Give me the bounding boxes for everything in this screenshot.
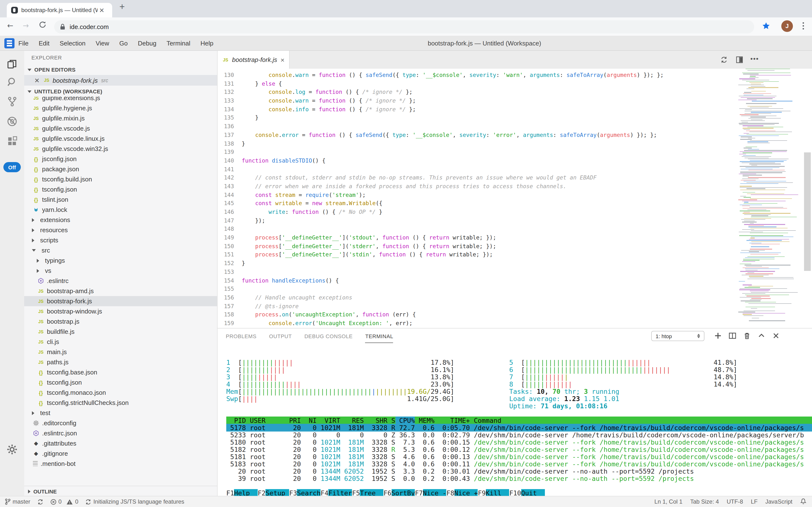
close-panel-icon[interactable] bbox=[772, 332, 780, 340]
url-bar[interactable]: ide.coder.com bbox=[54, 20, 754, 34]
tree-item-src[interactable]: src bbox=[24, 245, 217, 256]
back-icon[interactable]: ← bbox=[7, 21, 13, 30]
tree-item-extensions[interactable]: extensions bbox=[24, 215, 217, 225]
menu-help[interactable]: Help bbox=[200, 40, 213, 47]
maximize-panel-icon[interactable] bbox=[758, 332, 765, 340]
tree-item-.eslintrc.json[interactable]: .eslintrc.json bbox=[24, 428, 217, 438]
split-editor-icon[interactable] bbox=[736, 56, 743, 63]
tree-item-cli.js[interactable]: JScli.js bbox=[24, 337, 217, 347]
extensions-icon[interactable] bbox=[6, 135, 18, 147]
panel-tab-debug-console[interactable]: DEBUG CONSOLE bbox=[304, 333, 353, 339]
minimap[interactable] bbox=[736, 69, 801, 328]
code-line: 141 bbox=[217, 165, 735, 174]
new-terminal-icon[interactable] bbox=[714, 332, 722, 340]
problems-status[interactable]: 0 0 bbox=[50, 498, 78, 505]
split-terminal-icon[interactable] bbox=[729, 332, 736, 340]
tree-item-tslint.json[interactable]: {}tslint.json bbox=[24, 194, 217, 205]
tree-item-.gitattributes[interactable]: ◆.gitattributes bbox=[24, 438, 217, 448]
tree-item-bootstrap-window.js[interactable]: JSbootstrap-window.js bbox=[24, 306, 217, 317]
tree-item-scripts[interactable]: scripts bbox=[24, 235, 217, 245]
menu-terminal[interactable]: Terminal bbox=[167, 40, 190, 47]
language-mode[interactable]: JavaScript bbox=[765, 498, 793, 505]
terminal-output[interactable]: 1 [||||||||||||| 17.8%] 5 [|||||||||||||… bbox=[226, 359, 812, 496]
tree-item-main.js[interactable]: JSmain.js bbox=[24, 347, 217, 357]
settings-gear-icon[interactable] bbox=[6, 444, 18, 455]
tab-close-icon[interactable]: × bbox=[280, 56, 284, 64]
new-tab-button[interactable]: + bbox=[119, 1, 125, 12]
tree-item-tsconfig.strictNullChecks.json[interactable]: {}tsconfig.strictNullChecks.json bbox=[24, 398, 217, 408]
tree-item-.eslintrc[interactable]: .eslintrc bbox=[24, 276, 217, 286]
panel-tab-problems[interactable]: PROBLEMS bbox=[226, 333, 256, 339]
terminal-select[interactable]: 1: htop bbox=[651, 331, 704, 341]
tree-item-tsconfig.build.json[interactable]: {}tsconfig.build.json bbox=[24, 174, 217, 184]
avatar[interactable]: J bbox=[781, 20, 793, 32]
menu-go[interactable]: Go bbox=[119, 40, 128, 47]
status-bar: master 0 0 Initializing JS/TS language f… bbox=[0, 496, 812, 507]
tree-item-gulpfile.mixin.js[interactable]: JSgulpfile.mixin.js bbox=[24, 113, 217, 123]
more-actions-icon[interactable]: ••• bbox=[750, 55, 759, 62]
tree-item-package.json[interactable]: {}package.json bbox=[24, 164, 217, 174]
forward-icon[interactable]: → bbox=[23, 21, 29, 30]
tree-item-.editorconfig[interactable]: .editorconfig bbox=[24, 418, 217, 428]
tree-item-gulpfile.vscode.linux.js[interactable]: JSgulpfile.vscode.linux.js bbox=[24, 133, 217, 144]
editor-tab[interactable]: JS bootstrap-fork.js × bbox=[217, 51, 290, 69]
tree-item-gulpfile.vscode.js[interactable]: JSgulpfile.vscode.js bbox=[24, 123, 217, 133]
tree-item-.gitignore[interactable]: ◆.gitignore bbox=[24, 448, 217, 459]
tree-item-gulpfile.extensions.js[interactable]: JSgulpfile.extensions.js bbox=[24, 97, 217, 103]
outline-header[interactable]: OUTLINE bbox=[24, 486, 217, 496]
menu-debug[interactable]: Debug bbox=[138, 40, 157, 47]
tree-item-gulpfile.vscode.win32.js[interactable]: JSgulpfile.vscode.win32.js bbox=[24, 144, 217, 154]
tree-item-bootstrap-amd.js[interactable]: JSbootstrap-amd.js bbox=[24, 286, 217, 296]
tree-item-tsconfig.json[interactable]: {}tsconfig.json bbox=[24, 184, 217, 194]
search-icon[interactable] bbox=[6, 76, 18, 88]
off-badge[interactable]: Off bbox=[3, 162, 21, 172]
tree-item-resources[interactable]: resources bbox=[24, 225, 217, 235]
tree-item-bootstrap-fork.js[interactable]: JSbootstrap-fork.js bbox=[24, 296, 217, 306]
cursor-position[interactable]: Ln 1, Col 1 bbox=[654, 498, 682, 505]
browser-tab[interactable]: bootstrap-fork.js — Untitled (W ✕ bbox=[7, 3, 112, 17]
tree-item-buildfile.js[interactable]: JSbuildfile.js bbox=[24, 327, 217, 337]
debug-icon[interactable] bbox=[6, 116, 18, 127]
panel-tab-terminal[interactable]: TERMINAL bbox=[365, 333, 393, 339]
open-editor-item[interactable]: ✕ JS bootstrap-fork.js src bbox=[24, 75, 217, 86]
json-file-icon: {} bbox=[38, 390, 44, 395]
eol[interactable]: LF bbox=[751, 498, 758, 505]
tree-item-bootstrap.js[interactable]: JSbootstrap.js bbox=[24, 317, 217, 327]
tree-item-yarn.lock[interactable]: yarn.lock bbox=[24, 205, 217, 215]
tree-item-paths.js[interactable]: JSpaths.js bbox=[24, 357, 217, 367]
tree-item-jsconfig.json[interactable]: {}jsconfig.json bbox=[24, 154, 217, 164]
menu-file[interactable]: File bbox=[18, 40, 28, 47]
open-editors-header[interactable]: OPEN EDITORS bbox=[24, 64, 217, 75]
code-editor[interactable]: 130 console.warn = function () { safeSen… bbox=[217, 69, 735, 330]
tree-item-typings[interactable]: typings bbox=[24, 256, 217, 266]
tab-size[interactable]: Tab Size: 4 bbox=[690, 498, 719, 505]
tree-item-tsconfig.base.json[interactable]: {}tsconfig.base.json bbox=[24, 367, 217, 377]
menu-view[interactable]: View bbox=[96, 40, 109, 47]
tree-item-tsconfig.json[interactable]: {}tsconfig.json bbox=[24, 377, 217, 388]
workspace-header[interactable]: UNTITLED (WORKSPACE) bbox=[24, 86, 217, 97]
source-control-icon[interactable] bbox=[6, 96, 18, 107]
tree-item-.mention-bot[interactable]: .mention-bot bbox=[24, 459, 217, 469]
browser-menu-icon[interactable] bbox=[803, 22, 804, 31]
tree-item-vs[interactable]: vs bbox=[24, 266, 217, 276]
tree-item-test[interactable]: test bbox=[24, 408, 217, 418]
tree-item-tsconfig.monaco.json[interactable]: {}tsconfig.monaco.json bbox=[24, 388, 217, 398]
close-icon[interactable]: ✕ bbox=[34, 77, 40, 84]
encoding[interactable]: UTF-8 bbox=[727, 498, 743, 505]
bell-icon[interactable] bbox=[800, 498, 806, 505]
panel-tab-output[interactable]: OUTPUT bbox=[269, 333, 292, 339]
tab-close-icon[interactable]: ✕ bbox=[99, 7, 105, 13]
tree-item-label: main.js bbox=[47, 348, 67, 355]
menu-edit[interactable]: Edit bbox=[39, 40, 50, 47]
git-branch-status[interactable]: master bbox=[5, 498, 30, 505]
explorer-icon[interactable] bbox=[6, 59, 18, 70]
toggle-sync-icon[interactable] bbox=[721, 56, 728, 63]
sync-status[interactable] bbox=[37, 499, 43, 505]
kill-terminal-trash-icon[interactable] bbox=[743, 332, 751, 340]
bookmark-star-icon[interactable] bbox=[762, 22, 770, 30]
language-status-message[interactable]: Initializing JS/TS language features bbox=[85, 498, 184, 505]
reload-icon[interactable] bbox=[39, 21, 46, 29]
editor-scrollbar[interactable] bbox=[804, 152, 811, 271]
tree-item-gulpfile.hygiene.js[interactable]: JSgulpfile.hygiene.js bbox=[24, 103, 217, 113]
menu-selection[interactable]: Selection bbox=[60, 40, 85, 47]
